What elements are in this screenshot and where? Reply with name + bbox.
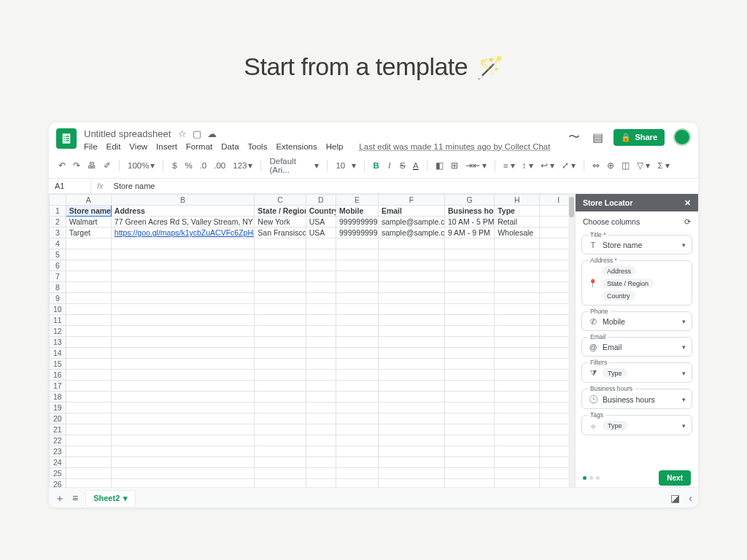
cell[interactable] <box>66 315 111 326</box>
cell[interactable] <box>66 381 111 392</box>
cell[interactable] <box>336 282 378 293</box>
cell[interactable] <box>306 392 336 402</box>
menu-help[interactable]: Help <box>326 142 344 151</box>
vertical-scrollbar[interactable] <box>568 194 575 489</box>
cell[interactable] <box>255 392 306 402</box>
cell[interactable] <box>306 424 336 435</box>
cell[interactable] <box>111 424 255 435</box>
cell[interactable] <box>378 370 444 381</box>
cell[interactable] <box>495 413 540 424</box>
cell[interactable] <box>444 359 494 370</box>
cell[interactable] <box>306 315 336 326</box>
link-button[interactable]: ⇔ <box>590 159 602 172</box>
cell[interactable]: https://goo.gl/maps/k1ycbZuACVFc6ZpH8 <box>111 228 255 238</box>
cell[interactable] <box>111 446 255 457</box>
cell[interactable]: 9999999999 <box>336 228 378 238</box>
cell[interactable] <box>378 260 444 271</box>
cell[interactable] <box>66 326 111 337</box>
cell[interactable] <box>255 326 306 337</box>
valign-button[interactable]: ↕ ▾ <box>520 159 535 172</box>
cell[interactable] <box>336 424 378 435</box>
cell[interactable] <box>495 457 540 468</box>
font-select[interactable]: Default (Ari... ▾ <box>267 155 321 176</box>
cell[interactable] <box>336 402 378 413</box>
cell[interactable] <box>255 413 306 424</box>
cell[interactable] <box>336 238 378 249</box>
cell[interactable] <box>378 326 444 337</box>
cell[interactable] <box>111 392 255 402</box>
cell[interactable] <box>378 468 444 479</box>
field-address[interactable]: Address * 📍 Address State / Region Count… <box>581 260 692 306</box>
cell[interactable] <box>66 304 111 315</box>
cell[interactable] <box>444 468 494 479</box>
move-icon[interactable]: ▢ <box>193 128 201 139</box>
cell[interactable] <box>495 392 540 402</box>
font-size-select[interactable]: 10 ▾ <box>333 159 358 172</box>
cell[interactable] <box>495 435 540 446</box>
cell[interactable] <box>66 457 111 468</box>
cell[interactable] <box>444 337 494 348</box>
text-color-button[interactable]: A <box>411 160 421 171</box>
cell[interactable] <box>66 238 111 249</box>
cell[interactable] <box>66 337 111 348</box>
cell[interactable] <box>495 249 540 260</box>
cell[interactable] <box>378 424 444 435</box>
cell[interactable] <box>495 468 540 479</box>
cell[interactable] <box>495 446 540 457</box>
cell[interactable] <box>66 392 111 402</box>
cell[interactable] <box>495 304 540 315</box>
functions-button[interactable]: Σ ▾ <box>655 159 671 172</box>
cell[interactable] <box>495 402 540 413</box>
cell[interactable] <box>306 370 336 381</box>
cell[interactable] <box>495 381 540 392</box>
cell[interactable] <box>444 424 494 435</box>
cell[interactable] <box>378 249 444 260</box>
share-button[interactable]: 🔒 Share <box>614 129 665 146</box>
cell[interactable] <box>255 238 306 249</box>
cell[interactable] <box>255 468 306 479</box>
cell[interactable] <box>111 468 255 479</box>
cell[interactable] <box>444 348 494 359</box>
cell[interactable] <box>336 381 378 392</box>
filter-button[interactable]: ▽ ▾ <box>635 159 652 172</box>
strike-button[interactable]: S <box>398 160 408 171</box>
cell[interactable] <box>306 457 336 468</box>
cell[interactable] <box>444 435 494 446</box>
cell[interactable] <box>255 402 306 413</box>
cell[interactable] <box>306 435 336 446</box>
cell[interactable] <box>378 413 444 424</box>
cell[interactable] <box>111 271 255 282</box>
cell[interactable]: 10 AM - 5 PM <box>444 217 494 228</box>
cell[interactable] <box>336 370 378 381</box>
cell[interactable] <box>111 402 255 413</box>
cell[interactable] <box>111 326 255 337</box>
cell[interactable] <box>66 293 111 304</box>
cell[interactable] <box>378 238 444 249</box>
add-sheet-button[interactable]: ＋ <box>55 493 65 503</box>
cell[interactable] <box>255 282 306 293</box>
cell[interactable] <box>306 348 336 359</box>
cell[interactable] <box>111 381 255 392</box>
menu-file[interactable]: File <box>84 142 98 151</box>
cell[interactable] <box>255 293 306 304</box>
cell[interactable]: Business hours <box>444 206 494 217</box>
cell[interactable] <box>255 457 306 468</box>
menu-tools[interactable]: Tools <box>248 142 268 151</box>
comment-button[interactable]: ⊕ <box>605 159 616 172</box>
cell[interactable]: Address <box>111 206 255 217</box>
cell[interactable] <box>378 337 444 348</box>
cell[interactable] <box>306 304 336 315</box>
cell[interactable] <box>306 293 336 304</box>
cell[interactable] <box>66 282 111 293</box>
cell[interactable] <box>495 326 540 337</box>
menu-extensions[interactable]: Extensions <box>276 142 317 151</box>
field-hours[interactable]: Business hours 🕒 Business hours ▾ <box>581 389 692 409</box>
italic-button[interactable]: I <box>384 160 395 171</box>
field-tags[interactable]: Tags ⟐ Type ▾ <box>581 415 692 435</box>
cell[interactable] <box>336 468 378 479</box>
chip[interactable]: Type <box>603 421 627 430</box>
cell[interactable] <box>378 282 444 293</box>
cell[interactable] <box>378 359 444 370</box>
cell[interactable] <box>66 435 111 446</box>
cell[interactable] <box>444 413 494 424</box>
